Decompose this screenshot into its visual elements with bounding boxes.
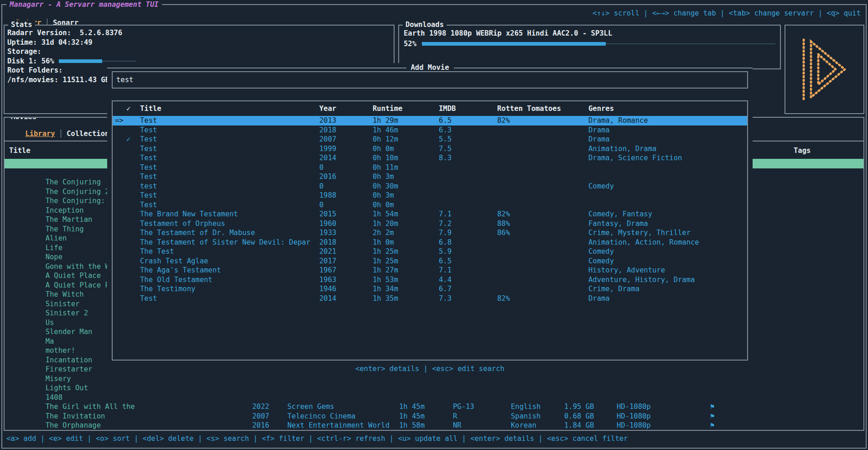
- result-runtime-cell: 1h 46m: [373, 126, 398, 135]
- movie-year-cell: 2007: [252, 412, 269, 421]
- result-runtime-cell: 0h 3m: [373, 191, 394, 200]
- result-year-cell: 2007: [319, 135, 336, 144]
- search-result-row[interactable]: Test 1999 0h 0m 7.5 Animation, Drama: [113, 144, 747, 154]
- search-result-row[interactable]: The Old Testament 1963 1h 53m 4.4 Advent…: [113, 275, 747, 285]
- result-runtime-cell: 1h 20m: [373, 219, 398, 229]
- result-genres-cell: Animation, Drama: [588, 144, 656, 154]
- search-result-row[interactable]: The Brand New Testament 2015 1h 54m 7.1 …: [113, 209, 747, 219]
- result-title-cell: test: [140, 182, 157, 191]
- search-result-row[interactable]: test 0 0h 30m Comedy: [113, 182, 747, 191]
- search-result-row[interactable]: Crash Test Aglae 2017 1h 25m 6.5 Comedy: [113, 256, 747, 266]
- movie-size-cell: 0.68 GB: [564, 412, 594, 421]
- result-genres-cell: Drama: [588, 126, 610, 135]
- movie-size-cell: 1.84 GB: [564, 421, 594, 430]
- tab-divider: │: [55, 130, 67, 138]
- title-column-header: Title: [9, 146, 31, 156]
- header-year: Year: [319, 104, 336, 114]
- results-table-body: => Test 2013 1h 29m 6.5 82% Drama, Roman…: [113, 116, 747, 360]
- result-genres-cell: Crime, Mystery, Thriller: [588, 228, 691, 238]
- result-genres-cell: Animation, Action, Romance: [588, 238, 699, 247]
- search-result-row[interactable]: The Testimony 1946 1h 34m 6.7 Crime, Dra…: [113, 284, 747, 294]
- result-title-cell: Test: [140, 144, 157, 154]
- result-title-cell: The Testament of Dr. Mabuse: [140, 228, 255, 238]
- result-runtime-cell: 1h 54m: [373, 209, 398, 219]
- check-icon: ✓: [126, 104, 130, 114]
- result-runtime-cell: 0h 0m: [373, 144, 394, 154]
- result-year-cell: 0: [319, 200, 323, 210]
- result-runtime-cell: 1h 27m: [373, 266, 398, 275]
- result-year-cell: 1946: [319, 284, 336, 294]
- movie-rating-cell: NR: [453, 421, 462, 430]
- result-year-cell: 1999: [319, 144, 336, 154]
- search-result-row[interactable]: Testament of Orpheus 1960 1h 20m 7.2 88%…: [113, 219, 747, 229]
- movie-year-cell: 2016: [252, 421, 269, 430]
- result-genres-cell: Comedy: [588, 247, 614, 256]
- result-year-cell: 1963: [319, 275, 336, 285]
- result-imdb-cell: 6.5: [439, 116, 452, 126]
- search-result-row[interactable]: The Testament of Sister New Devil: Depar…: [113, 238, 747, 247]
- search-result-row[interactable]: Test 2014 0h 10m 8.3 Drama, Science Fict…: [113, 153, 747, 163]
- search-result-row[interactable]: Test 1988 0h 3m: [113, 191, 747, 200]
- result-genres-cell: Comedy: [588, 256, 614, 266]
- uptime: Uptime: 31d 04:32:49: [7, 38, 391, 47]
- result-genres-cell: Comedy: [588, 182, 614, 191]
- tab-collections[interactable]: Collections: [67, 130, 114, 138]
- modal-border-line: [454, 68, 753, 68]
- movie-row[interactable]: Train to Busan 2016 Next Entertainment W…: [5, 421, 863, 430]
- tab-library[interactable]: Library: [25, 130, 55, 138]
- result-year-cell: 1988: [319, 191, 336, 200]
- result-runtime-cell: 1h 34m: [373, 284, 398, 294]
- result-runtime-cell: 1h 0m: [373, 238, 394, 247]
- result-title-cell: Test: [140, 294, 157, 303]
- result-title-cell: Test: [140, 126, 157, 135]
- movie-search-input[interactable]: [116, 75, 743, 85]
- result-year-cell: 2017: [319, 256, 336, 266]
- monitored-flag-icon: ⚑: [710, 421, 714, 430]
- storage-label: Storage:: [7, 47, 391, 57]
- result-runtime-cell: 1h 25m: [373, 247, 398, 256]
- result-runtime-cell: 0h 12m: [373, 135, 398, 144]
- search-result-row[interactable]: The Test 2021 1h 25m 5.9 Comedy: [113, 247, 747, 256]
- search-result-row[interactable]: => Test 2013 1h 29m 6.5 82% Drama, Roman…: [113, 116, 747, 126]
- result-year-cell: 2015: [319, 209, 336, 219]
- result-imdb-cell: 5.9: [439, 247, 452, 256]
- selection-marker: =>: [115, 116, 124, 126]
- result-runtime-cell: 0h 10m: [373, 153, 398, 163]
- result-runtime-cell: 0h 3m: [373, 172, 394, 182]
- search-result-row[interactable]: Test 2016 0h 3m: [113, 172, 747, 182]
- search-result-row[interactable]: Test 2018 1h 46m 6.3 Drama: [113, 126, 747, 135]
- result-imdb-cell: 7.3: [439, 294, 452, 303]
- movie-search-box: [112, 71, 748, 89]
- result-year-cell: 1933: [319, 228, 336, 238]
- movie-row[interactable]: The Orphanage 2007 Telecinco Cinema 1h 4…: [5, 412, 863, 421]
- movie-quality-cell: HD-1080p: [617, 412, 651, 421]
- search-result-row[interactable]: The Aga's Testament 1967 1h 27m 7.1 Hist…: [113, 266, 747, 275]
- result-rotten-tomatoes-cell: 82%: [497, 294, 510, 303]
- result-imdb-cell: 7.9: [439, 228, 452, 238]
- radarr-version: Radarr Version: 5.2.6.8376: [7, 28, 391, 38]
- result-genres-cell: Comedy, Fantasy: [588, 209, 652, 219]
- download-progress-gauge: [422, 42, 775, 46]
- result-year-cell: 0: [319, 182, 323, 191]
- header-title: Title: [140, 104, 161, 114]
- result-year-cell: 2018: [319, 238, 336, 247]
- result-year-cell: 2013: [319, 116, 336, 126]
- result-imdb-cell: 6.5: [439, 256, 452, 266]
- search-result-row[interactable]: ✓ Test 2007 0h 12m 5.5 Drama: [113, 135, 747, 144]
- results-table-header: ✓ Title Year Runtime IMDB Rotten Tomatoe…: [113, 104, 747, 114]
- app-title: Managarr - A Servarr management TUI: [6, 0, 162, 10]
- header-rotten-tomatoes: Rotten Tomatoes: [497, 104, 561, 114]
- movie-row[interactable]: The Invitation 2022 Screen Gems 1h 45m P…: [5, 402, 863, 412]
- movie-studio-cell: Next Entertainment World: [287, 421, 390, 430]
- search-result-row[interactable]: Test 0 0h 11m: [113, 163, 747, 173]
- search-result-row[interactable]: Test 2014 1h 35m 7.3 82% Drama: [113, 294, 747, 303]
- search-result-row[interactable]: Test 0 0h 0m: [113, 200, 747, 210]
- search-result-row[interactable]: The Testament of Dr. Mabuse 1933 2h 2m 7…: [113, 228, 747, 238]
- monitored-flag-icon: ⚑: [710, 412, 714, 421]
- result-runtime-cell: 1h 25m: [373, 256, 398, 266]
- modal-keybindings: <enter> details | <esc> edit search: [107, 364, 753, 374]
- result-imdb-cell: 6.7: [439, 284, 452, 294]
- result-runtime-cell: 0h 11m: [373, 163, 398, 173]
- logo-panel: [785, 25, 864, 114]
- result-imdb-cell: 5.5: [439, 135, 452, 144]
